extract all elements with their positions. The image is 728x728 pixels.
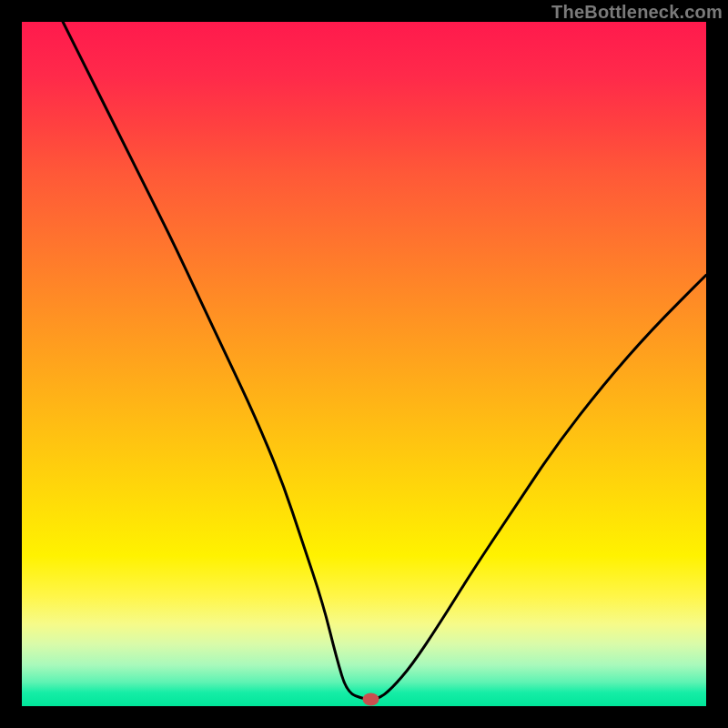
plot-area [22,22,706,706]
curve-svg [22,22,706,706]
watermark-text: TheBottleneck.com [551,2,723,23]
bottleneck-curve-path [63,22,706,699]
bottleneck-chart: TheBottleneck.com [0,0,728,728]
minimum-marker-dot [363,693,379,705]
